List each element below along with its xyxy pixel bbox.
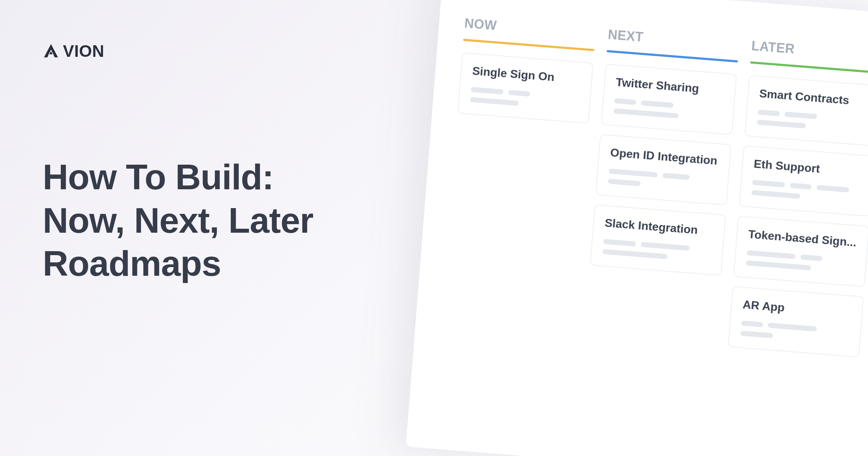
card-title: Slack Integration: [604, 216, 714, 238]
card-title: Smart Contracts: [759, 87, 868, 109]
roadmap-board: NOW Single Sign On NEXT Twitter Sharing: [406, 0, 868, 456]
card-smart-contracts[interactable]: Smart Contracts: [744, 75, 868, 146]
title-line-3: Roadmaps: [43, 244, 221, 283]
card-title: AR App: [742, 298, 851, 320]
column-now: NOW Single Sign On: [440, 16, 596, 344]
logo-icon: [43, 43, 59, 59]
card-slack-integration[interactable]: Slack Integration: [590, 204, 726, 276]
card-title: Twitter Sharing: [615, 76, 724, 97]
title-line-2: Now, Next, Later: [43, 200, 313, 240]
title-line-1: How To Build:: [43, 157, 273, 197]
card-open-id-integration[interactable]: Open ID Integration: [595, 134, 731, 205]
card-title: Open ID Integration: [610, 146, 719, 168]
card-single-sign-on[interactable]: Single Sign On: [458, 52, 593, 124]
brand-logo: VION: [43, 41, 104, 61]
card-title: Single Sign On: [472, 64, 581, 86]
brand-name: VION: [63, 41, 104, 61]
column-later: LATER Smart Contracts Eth Support Token-…: [727, 38, 868, 367]
card-title: Eth Support: [753, 157, 863, 179]
card-token-based-sign[interactable]: Token-based Sign...: [733, 216, 868, 287]
card-eth-support[interactable]: Eth Support: [739, 145, 868, 217]
card-ar-app[interactable]: AR App: [728, 286, 864, 358]
card-twitter-sharing[interactable]: Twitter Sharing: [601, 64, 737, 135]
page-title: How To Build: Now, Next, Later Roadmaps: [43, 156, 313, 286]
card-title: Token-based Sign...: [748, 228, 857, 249]
column-next: NEXT Twitter Sharing Open ID Integration…: [584, 27, 740, 355]
